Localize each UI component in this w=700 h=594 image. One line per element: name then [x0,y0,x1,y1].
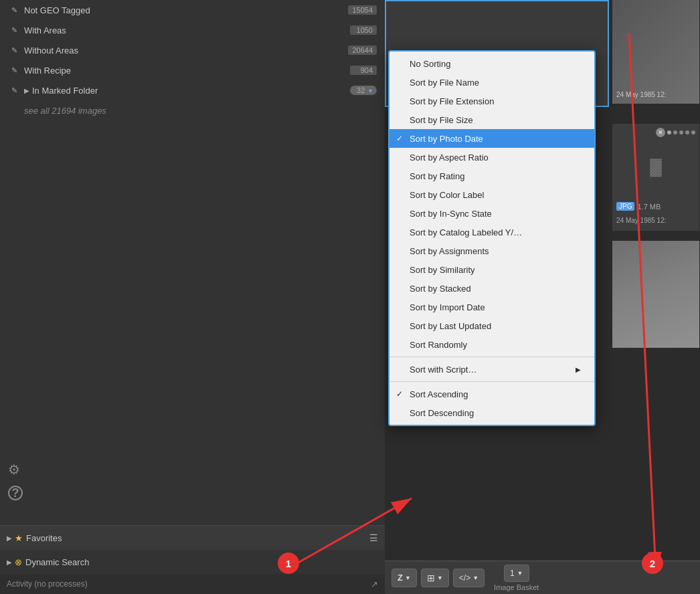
checkmark-icon: ✓ [396,389,403,399]
sidebar-item-label: Not GEO Tagged [24,5,348,15]
edit-icon: ✎ [8,44,20,56]
menu-item-label: Sort by Last Updated [410,321,491,331]
menu-item-label: Sort by Color Label [410,190,484,200]
menu-item-rating[interactable]: Sort by Rating [389,167,594,185]
edit-icon: ✎ [8,84,20,96]
dot-2 [673,130,677,134]
photo-thumb-4[interactable] [612,241,699,348]
menu-item-last-updated[interactable]: Sort by Last Updated [389,316,594,335]
favorites-label: Favorites [26,533,62,543]
favorites-row[interactable]: ▶ ★ Favorites ☰ [0,526,385,550]
help-icon[interactable]: ? [8,486,23,500]
menu-item-color-label[interactable]: Sort by Color Label [389,185,594,204]
menu-item-label: Sort by Assignments [410,246,489,256]
dropdown-arrow-icon: ▼ [517,570,523,577]
menu-item-label: Sort by Catalog Labeled Y/… [410,227,522,237]
menu-item-similarity[interactable]: Sort by Similarity [389,260,594,279]
photo-thumb-2[interactable]: 24 May 1985 12: [612,0,699,104]
sidebar-item-without-areas[interactable]: ✎ Without Areas 20644 [0,40,385,60]
menu-separator-1 [389,357,594,357]
menu-item-label: Sort by Photo Date [410,134,483,144]
menu-item-label: Sort Randomly [410,340,467,350]
sidebar-item-label: With Recipe [24,66,350,76]
menu-item-catalog-labeled[interactable]: Sort by Catalog Labeled Y/… [389,223,594,241]
annotation-circle-1: 1 [278,553,299,574]
menu-item-label: Sort by Aspect Ratio [410,153,489,163]
jpg-badge: JPG [616,202,634,211]
menu-item-ascending[interactable]: ✓ Sort Ascending [389,385,594,403]
triangle-icon: ▶ [7,559,12,566]
sidebar-item-label: With Areas [24,25,350,35]
image-basket-button[interactable]: 1 ▼ [504,565,529,582]
code-icon: </> [459,573,470,583]
dynamic-search-row[interactable]: ▶ ⊗ Dynamic Search [0,550,385,574]
sidebar-item-with-areas[interactable]: ✎ With Areas 1050 [0,20,385,40]
dropdown-arrow-icon: ▼ [437,575,443,581]
image-basket: 1 ▼ Image Basket [494,565,539,591]
menu-item-label: No Sorting [410,59,450,69]
sort-z-button[interactable]: Z ▼ [391,569,417,587]
dropdown-arrow-icon: ▼ [472,575,478,581]
menu-item-no-sorting[interactable]: No Sorting [389,54,594,73]
thumb-image-area: ▓ [612,157,699,176]
x-icon: ✕ [656,128,665,137]
menu-item-descending[interactable]: Sort Descending [389,403,594,422]
menu-item-label: Sort by In-Sync State [410,209,492,219]
menu-item-label: Sort by File Size [410,115,473,125]
menu-item-in-sync-state[interactable]: Sort by In-Sync State [389,204,594,223]
sidebar-item-not-geo-tagged[interactable]: ✎ Not GEO Tagged 15054 [0,0,385,20]
grid-view-button[interactable]: ⊞ ▼ [421,569,449,587]
menu-item-label: Sort by File Extension [410,96,494,106]
annotation-circle-2: 2 [642,553,663,574]
sidebar-bottom: ▶ ★ Favorites ☰ ▶ ⊗ Dynamic Search Activ… [0,525,385,594]
sidebar-list: ✎ Not GEO Tagged 15054 ✎ With Areas 1050… [0,0,385,525]
sidebar-item-count: 20644 [348,45,377,55]
checkmark-icon: ✓ [396,134,403,143]
menu-item-import-date[interactable]: Sort by Import Date [389,298,594,316]
photo-format-badge: JPG 1.7 MB [616,202,661,211]
menu-item-file-extension[interactable]: Sort by File Extension [389,92,594,110]
settings-icon[interactable]: ⚙ [8,462,23,478]
export-icon[interactable]: ↗ [371,579,378,589]
menu-item-stacked[interactable]: Sort by Stacked [389,279,594,298]
dropdown-arrow-icon: ▼ [405,575,411,581]
menu-item-label: Sort by Similarity [410,265,475,275]
menu-item-aspect-ratio[interactable]: Sort by Aspect Ratio [389,148,594,167]
menu-item-label: Sort Descending [410,408,474,418]
dynamic-search-label: Dynamic Search [25,557,89,567]
triangle-icon: ▶ [24,87,29,94]
submenu-arrow-icon: ▶ [576,366,581,373]
code-view-button[interactable]: </> ▼ [453,569,485,587]
grid-icon: ⊞ [427,573,435,583]
dot-3 [679,130,683,134]
menu-item-assignments[interactable]: Sort by Assignments [389,241,594,260]
edit-icon: ✎ [8,4,20,16]
dot-1 [667,130,671,134]
menu-item-file-size[interactable]: Sort by File Size [389,110,594,129]
dot-5 [691,130,695,134]
photo-thumb-3[interactable]: ✕ ▓ JPG 1.7 MB 24 May 1985 12: [612,124,699,231]
menu-item-with-script[interactable]: Sort with Script… ▶ [389,360,594,379]
image-basket-label: Image Basket [494,583,539,591]
menu-item-file-name[interactable]: Sort by File Name [389,73,594,92]
sidebar-item-count: 15054 [348,5,377,15]
menu-item-photo-date[interactable]: ✓ Sort by Photo Date [389,129,594,148]
sidebar-item-count: 1050 [350,25,377,35]
sidebar-item-label: In Marked Folder [32,86,350,96]
menu-item-label: Sort by Import Date [410,302,485,312]
sidebar-item-count: 904 [350,66,377,75]
dot-4 [685,130,689,134]
menu-item-randomly[interactable]: Sort Randomly [389,335,594,354]
activity-bar: Activity (no processes) ↗ [0,574,385,594]
see-all-images[interactable]: see all 21694 images [0,100,385,121]
menu-icon[interactable]: ☰ [369,532,378,543]
sidebar-item-in-marked-folder[interactable]: ✎ ▶ In Marked Folder 32 ● [0,80,385,100]
star-icon: ★ [15,533,23,543]
triangle-icon: ▶ [7,534,12,542]
menu-item-label: Sort by Rating [410,171,464,181]
sidebar-item-with-recipe[interactable]: ✎ With Recipe 904 [0,60,385,80]
activity-label: Activity (no processes) [7,579,88,589]
dot-indicators: ✕ [656,128,695,137]
menu-item-label: Sort with Script… [410,365,476,375]
edit-icon: ✎ [8,64,20,76]
